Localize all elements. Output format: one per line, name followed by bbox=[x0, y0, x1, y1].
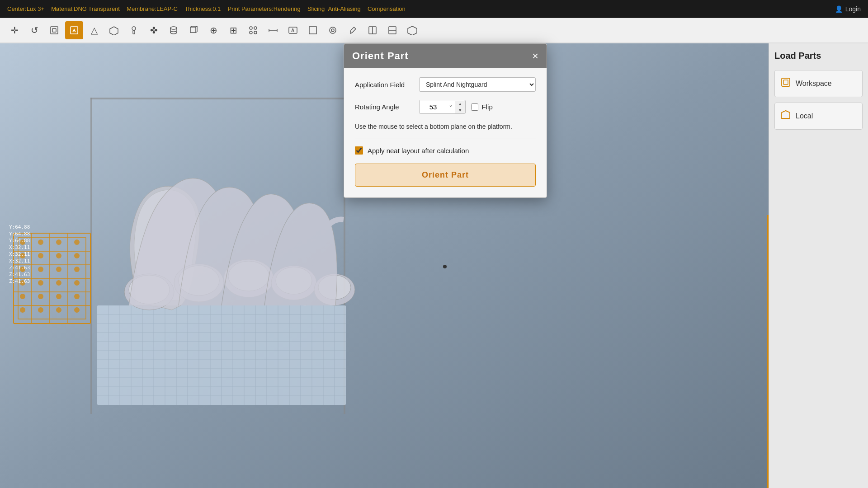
user-icon: 👤 bbox=[835, 5, 843, 13]
svg-text:Z:41.63: Z:41.63 bbox=[9, 265, 30, 271]
svg-point-89 bbox=[56, 280, 61, 286]
rotating-angle-input[interactable] bbox=[420, 100, 447, 113]
toolbar-frame[interactable] bbox=[304, 21, 322, 39]
svg-text:A: A bbox=[291, 28, 294, 33]
spin-down-button[interactable]: ▼ bbox=[455, 107, 465, 113]
svg-text:Z:41.63: Z:41.63 bbox=[9, 272, 30, 277]
close-button[interactable]: × bbox=[532, 51, 538, 61]
flip-label: Flip bbox=[482, 103, 493, 111]
svg-point-84 bbox=[38, 267, 43, 272]
toolbar-reset[interactable]: ↺ bbox=[25, 21, 43, 39]
toolbar-paint[interactable] bbox=[344, 21, 362, 39]
top-bar: Center:Lux 3+ Material:DNG Transparent M… bbox=[0, 0, 868, 18]
toolbar-measure[interactable] bbox=[264, 21, 282, 39]
toolbar-add1[interactable]: ⊕ bbox=[204, 21, 222, 39]
svg-rect-32 bbox=[90, 98, 344, 99]
svg-point-14 bbox=[250, 31, 252, 34]
application-field-label: Application Field bbox=[355, 81, 414, 89]
svg-point-97 bbox=[56, 307, 61, 313]
svg-point-90 bbox=[74, 280, 80, 286]
svg-point-94 bbox=[74, 294, 80, 299]
svg-point-76 bbox=[38, 239, 43, 245]
toolbar-3d[interactable] bbox=[105, 21, 123, 39]
angle-spinners: ▲ ▼ bbox=[455, 101, 465, 113]
svg-point-93 bbox=[56, 294, 61, 299]
svg-point-6 bbox=[170, 27, 177, 29]
info-thickness: Thickness:0.1 bbox=[184, 5, 227, 12]
panel-title: Load Parts bbox=[774, 51, 863, 61]
toolbar-orient[interactable] bbox=[65, 21, 83, 39]
workspace-label: Workspace bbox=[796, 80, 832, 88]
toolbar-select[interactable] bbox=[45, 21, 63, 39]
info-material: Material:DNG Transparent bbox=[51, 5, 127, 12]
svg-point-77 bbox=[56, 239, 61, 245]
local-icon bbox=[780, 109, 791, 123]
local-button[interactable]: Local bbox=[774, 103, 863, 130]
dialog-header: Orient Part × bbox=[344, 44, 547, 68]
info-slicing: Slicing_Anti-Aliasing bbox=[307, 5, 368, 12]
info-segments: Center:Lux 3+ Material:DNG Transparent M… bbox=[7, 5, 835, 12]
spin-up-button[interactable]: ▲ bbox=[455, 101, 465, 107]
info-compensation: Compensation bbox=[368, 5, 409, 12]
toolbar-mirror[interactable]: △ bbox=[85, 21, 103, 39]
svg-point-82 bbox=[74, 253, 80, 258]
svg-marker-28 bbox=[408, 26, 417, 35]
svg-point-12 bbox=[250, 27, 252, 29]
local-label: Local bbox=[796, 112, 813, 120]
svg-rect-119 bbox=[783, 80, 788, 84]
neat-layout-label: Apply neat layout after calculation bbox=[368, 147, 469, 155]
toolbar-more[interactable] bbox=[403, 21, 421, 39]
svg-rect-21 bbox=[309, 27, 316, 34]
toolbar-label[interactable]: A bbox=[284, 21, 302, 39]
toolbar-move[interactable]: ✛ bbox=[5, 21, 24, 39]
svg-rect-5 bbox=[133, 30, 135, 34]
toolbar: ✛ ↺ △ ✤ ⊕ ⊞ A bbox=[0, 18, 868, 43]
svg-text:Y:64.88: Y:64.88 bbox=[9, 231, 30, 237]
svg-point-80 bbox=[38, 253, 43, 258]
application-field-select[interactable]: Splint And Nightguard Dental Model Crown… bbox=[419, 77, 536, 92]
toolbar-cross[interactable]: ✤ bbox=[145, 21, 163, 39]
svg-text:Y:64.88: Y:64.88 bbox=[9, 238, 30, 244]
svg-rect-0 bbox=[51, 27, 58, 34]
toolbar-group[interactable] bbox=[244, 21, 262, 39]
info-membrane: Membrane:LEAP-C bbox=[127, 5, 184, 12]
svg-point-81 bbox=[56, 253, 61, 258]
svg-point-96 bbox=[38, 307, 43, 313]
info-print: Print Parameters:Rendering bbox=[228, 5, 307, 12]
neat-layout-row: Apply neat layout after calculation bbox=[355, 146, 536, 155]
svg-text:X:32.11: X:32.11 bbox=[9, 244, 30, 250]
svg-point-92 bbox=[38, 294, 43, 299]
svg-rect-118 bbox=[782, 78, 790, 86]
toolbar-cylinder[interactable] bbox=[165, 21, 183, 39]
svg-text:X:32.11: X:32.11 bbox=[9, 251, 30, 257]
dialog-title: Orient Part bbox=[352, 50, 409, 62]
svg-point-91 bbox=[20, 294, 25, 299]
svg-point-15 bbox=[254, 31, 257, 34]
orient-part-button[interactable]: Orient Part bbox=[355, 164, 536, 187]
rotating-angle-row: Rotating Angle ° ▲ ▼ Flip bbox=[355, 100, 536, 114]
rotating-angle-label: Rotating Angle bbox=[355, 103, 414, 111]
svg-point-85 bbox=[56, 267, 61, 272]
svg-point-9 bbox=[170, 31, 177, 34]
workspace-button[interactable]: Workspace bbox=[774, 70, 863, 97]
orient-part-dialog: Orient Part × Application Field Splint A… bbox=[344, 43, 547, 198]
dialog-body: Application Field Splint And Nightguard … bbox=[344, 68, 547, 197]
toolbar-support[interactable] bbox=[125, 21, 143, 39]
flip-checkbox[interactable] bbox=[471, 103, 478, 111]
hint-text: Use the mouse to select a bottom plane o… bbox=[355, 122, 536, 139]
toolbar-view[interactable] bbox=[324, 21, 342, 39]
toolbar-panel1[interactable] bbox=[363, 21, 382, 39]
login-label[interactable]: Login bbox=[845, 5, 861, 13]
neat-layout-checkbox[interactable] bbox=[355, 146, 363, 155]
svg-point-22 bbox=[330, 27, 336, 33]
toolbar-add2[interactable]: ⊞ bbox=[224, 21, 242, 39]
login-area[interactable]: 👤 Login bbox=[835, 5, 861, 13]
svg-text:Z:41.63: Z:41.63 bbox=[9, 278, 30, 284]
svg-text:X:32.11: X:32.11 bbox=[9, 258, 30, 264]
right-panel: Load Parts Workspace Local bbox=[769, 43, 868, 488]
svg-rect-1 bbox=[52, 28, 56, 32]
toolbar-panel2[interactable] bbox=[383, 21, 401, 39]
orange-divider bbox=[767, 215, 769, 488]
toolbar-cube[interactable] bbox=[184, 21, 203, 39]
svg-text:Y:64.88: Y:64.88 bbox=[9, 224, 30, 230]
